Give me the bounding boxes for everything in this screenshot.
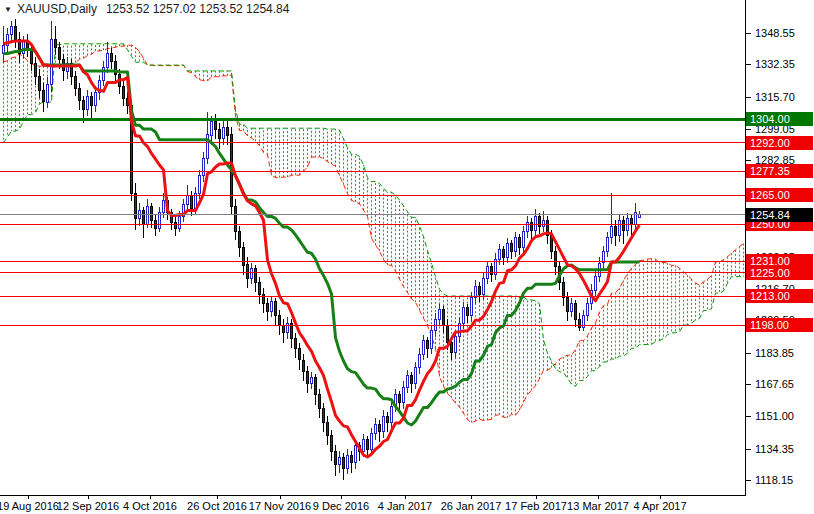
level-lines-group[interactable] (0, 119, 745, 325)
date-tick-label: 26 Oct 2016 (187, 500, 247, 512)
date-tick-label: 4 Oct 2016 (123, 500, 177, 512)
bull-candle-body (415, 368, 417, 384)
bear-candle-body (615, 226, 617, 236)
bear-candle-body (79, 88, 81, 100)
bear-candle-body (467, 308, 469, 316)
bear-candle-body (115, 61, 117, 75)
bull-candle-body (611, 226, 613, 238)
bull-candle-body (107, 54, 109, 68)
price-tick-mark (746, 64, 751, 65)
bear-candle-body (579, 319, 581, 327)
date-tick-mark (341, 496, 342, 499)
bear-candle-body (303, 360, 305, 372)
bull-candle-body (23, 42, 25, 54)
bear-candle-body (295, 339, 297, 349)
bear-candle-body (443, 310, 445, 326)
bear-candle-body (491, 267, 493, 275)
time-axis[interactable]: 19 Aug 201612 Sep 20164 Oct 201626 Oct 2… (0, 496, 814, 514)
bull-candle-body (163, 201, 165, 213)
bear-candle-body (279, 315, 281, 325)
bear-candle-body (447, 325, 449, 343)
bear-candle-body (623, 220, 625, 230)
date-tick-mark (471, 496, 472, 499)
chart-symbol-period: XAUUSD,Daily (17, 2, 97, 16)
mt4-chart-window: ▼ XAUUSD,Daily 1253.52 1257.02 1253.52 1… (0, 0, 814, 514)
bear-candle-body (575, 304, 577, 320)
symbol-dropdown-icon[interactable]: ▼ (4, 5, 12, 14)
date-tick-mark (536, 496, 537, 499)
bear-candle-body (451, 343, 453, 353)
bear-candle-body (31, 50, 33, 64)
chart-canvas[interactable] (0, 0, 745, 494)
bear-candle-body (39, 77, 41, 91)
date-tick-label: 4 Jan 2017 (378, 500, 432, 512)
date-tick-mark (660, 496, 661, 499)
bull-candle-body (363, 440, 365, 452)
price-tick-label: 1315.70 (755, 91, 795, 103)
bear-candle-body (275, 302, 277, 316)
date-tick-label: 9 Dec 2016 (313, 500, 369, 512)
bull-candle-body (431, 331, 433, 349)
bear-candle-body (15, 26, 17, 40)
bear-candle-body (83, 100, 85, 110)
bear-candle-body (519, 238, 521, 248)
price-tick-mark (746, 353, 751, 354)
bull-candle-body (251, 269, 253, 279)
bull-candle-body (471, 298, 473, 316)
bear-candle-body (631, 218, 633, 224)
date-tick-label: 12 Sep 2016 (57, 500, 119, 512)
bull-candle-body (407, 376, 409, 388)
price-axis[interactable]: 1348.551332.351315.701299.051282.851266.… (746, 0, 814, 495)
bear-candle-body (151, 207, 153, 221)
price-tick-mark (746, 97, 751, 98)
price-tick-mark (746, 33, 751, 34)
bull-candle-body (619, 220, 621, 236)
bear-candle-body (319, 395, 321, 409)
bull-candle-body (571, 304, 573, 312)
bull-candle-body (595, 277, 597, 291)
price-chart-plot[interactable] (0, 0, 746, 496)
bear-candle-body (315, 377, 317, 395)
date-tick-label: 4 Apr 2017 (633, 500, 686, 512)
chart-title: ▼ XAUUSD,Daily 1253.52 1257.02 1253.52 1… (4, 2, 289, 16)
bear-candle-body (215, 121, 217, 129)
date-tick-label: 19 Aug 2016 (0, 500, 59, 512)
bull-candle-body (347, 455, 349, 469)
bear-candle-body (299, 348, 301, 360)
bear-candle-body (191, 195, 193, 209)
price-level-badge-1213.00: 1213.00 (746, 289, 813, 303)
price-tick-label: 1183.85 (755, 347, 794, 359)
price-tick-mark (746, 449, 751, 450)
bull-candle-body (403, 387, 405, 403)
price-level-badge-1198.00: 1198.00 (746, 318, 813, 332)
price-level-badge-1304.00: 1304.00 (746, 112, 813, 126)
bull-candle-body (95, 92, 97, 106)
bull-candle-body (635, 213, 637, 225)
bull-candle-body (423, 341, 425, 355)
bull-candle-body (271, 302, 273, 312)
price-tick-mark (746, 384, 751, 385)
bear-candle-body (411, 376, 413, 384)
bear-candle-body (143, 211, 145, 225)
bear-candle-body (327, 422, 329, 436)
bear-candle-body (479, 286, 481, 294)
bear-candle-body (331, 436, 333, 452)
bull-candle-body (499, 249, 501, 259)
bull-candle-body (51, 40, 53, 85)
date-tick-label: 17 Nov 2016 (249, 500, 311, 512)
bull-candle-body (455, 337, 457, 353)
bear-candle-body (227, 127, 229, 135)
bull-candle-body (483, 279, 485, 295)
price-tick-label: 1348.55 (755, 27, 795, 39)
price-tick-mark (746, 129, 751, 130)
bear-candle-body (531, 222, 533, 230)
bull-candle-body (339, 457, 341, 465)
bull-candle-body (543, 220, 545, 226)
bear-candle-body (43, 90, 45, 102)
bull-candle-body (47, 85, 49, 103)
bull-candle-body (375, 424, 377, 434)
bull-candle-body (11, 26, 13, 34)
bull-candle-body (587, 304, 589, 316)
date-tick-label: 17 Feb 2017 (505, 500, 567, 512)
bear-candle-body (427, 341, 429, 349)
